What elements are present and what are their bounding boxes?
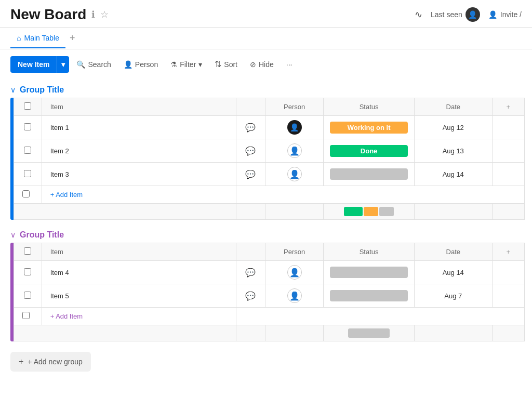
- row-person[interactable]: 👤: [265, 284, 324, 308]
- person-button[interactable]: 👤 Person: [118, 57, 163, 72]
- row-add-col: [492, 139, 524, 163]
- col-date-header-1: Date: [414, 98, 492, 116]
- row-add-col: [492, 163, 524, 186]
- col-add-header-2[interactable]: +: [492, 243, 524, 261]
- row-status[interactable]: [324, 163, 415, 186]
- search-icon: 🔍: [76, 60, 85, 69]
- row-checkbox[interactable]: [14, 116, 42, 139]
- row-item-name[interactable]: Item 1: [42, 116, 236, 139]
- add-new-group-button[interactable]: + + Add new group: [10, 352, 91, 372]
- chat-icon: 💬: [245, 147, 256, 155]
- col-item-header-1: Item: [42, 98, 236, 116]
- row-date: Aug 12: [414, 116, 492, 139]
- add-item-row-1[interactable]: + Add Item: [14, 186, 525, 204]
- row-status[interactable]: Done: [324, 139, 415, 163]
- table-row: Item 5 💬 👤 Aug 7: [14, 284, 525, 308]
- group-1-header[interactable]: ∨ Group Title: [10, 85, 522, 95]
- status-empty: [330, 290, 408, 301]
- status-badge: Working on it: [330, 122, 408, 134]
- person-icon: 👤: [124, 60, 132, 69]
- row-checkbox[interactable]: [14, 284, 42, 308]
- person-label: Person: [135, 60, 158, 69]
- row-chat-icon[interactable]: 💬: [236, 261, 265, 284]
- add-item-filler: [236, 308, 524, 325]
- row-status[interactable]: Working on it: [324, 116, 415, 139]
- new-item-button[interactable]: New Item ▾: [10, 56, 69, 73]
- row-person[interactable]: 👤: [265, 163, 324, 186]
- row-chat-icon[interactable]: 💬: [236, 284, 265, 308]
- row-person[interactable]: 👤: [265, 139, 324, 163]
- row-person[interactable]: 👤: [265, 116, 324, 139]
- last-seen-button[interactable]: Last seen 👤: [431, 7, 480, 22]
- person-placeholder-icon: 👤: [287, 143, 302, 158]
- row-item-name[interactable]: Item 5: [42, 284, 236, 308]
- hide-button[interactable]: ⊘ Hide: [245, 57, 279, 72]
- row-checkbox[interactable]: [14, 163, 42, 186]
- status-badge: Done: [330, 145, 408, 157]
- filter-label: Filter: [180, 60, 196, 69]
- header-left: New Board ℹ ☆: [10, 6, 109, 23]
- row-status[interactable]: [324, 261, 415, 284]
- col-person-header-2: Person: [265, 243, 324, 261]
- add-item-label[interactable]: + Add Item: [42, 186, 236, 204]
- person-placeholder-icon: 👤: [287, 288, 302, 303]
- row-item-name[interactable]: Item 4: [42, 261, 236, 284]
- group-2-header[interactable]: ∨ Group Title: [10, 230, 522, 240]
- summary-add-col: [492, 204, 524, 220]
- add-new-group-plus-icon: +: [19, 357, 23, 366]
- row-checkbox[interactable]: [14, 261, 42, 284]
- row-item-name[interactable]: Item 3: [42, 163, 236, 186]
- row-status[interactable]: [324, 284, 415, 308]
- chat-icon: 💬: [245, 268, 256, 277]
- tab-main-table-label: Main Table: [24, 34, 59, 42]
- bar-orange: [364, 207, 378, 216]
- activity-button[interactable]: ∿: [415, 9, 422, 20]
- header-right: ∿ Last seen 👤 👤 Invite /: [415, 7, 522, 22]
- row-checkbox[interactable]: [14, 139, 42, 163]
- summary-person-col: [265, 325, 324, 341]
- board-title: New Board: [10, 6, 86, 23]
- tab-main-table[interactable]: ⌂ Main Table: [10, 29, 65, 48]
- search-label: Search: [88, 60, 111, 69]
- person-placeholder-icon: 👤: [287, 167, 302, 181]
- group-2-stripe: [10, 243, 14, 341]
- row-date: Aug 14: [414, 163, 492, 186]
- col-chat-header-2: [236, 243, 265, 261]
- col-add-header-1[interactable]: +: [492, 98, 524, 116]
- new-item-label[interactable]: New Item: [10, 56, 57, 73]
- group-2: ∨ Group Title Item Person Status Date +: [10, 230, 522, 341]
- tab-add-button[interactable]: +: [65, 28, 79, 49]
- row-chat-icon[interactable]: 💬: [236, 139, 265, 163]
- summary-add-col: [492, 325, 524, 341]
- row-date: Aug 14: [414, 261, 492, 284]
- more-button[interactable]: ···: [281, 57, 298, 72]
- add-item-label[interactable]: + Add Item: [42, 308, 236, 325]
- row-item-name[interactable]: Item 2: [42, 139, 236, 163]
- sort-button[interactable]: ⇅ Sort: [209, 56, 243, 73]
- row-chat-icon[interactable]: 💬: [236, 163, 265, 186]
- search-button[interactable]: 🔍 Search: [71, 57, 116, 72]
- group-2-title: Group Title: [20, 230, 64, 240]
- col-status-header-2: Status: [324, 243, 415, 261]
- group-2-table: Item Person Status Date + Item 4 💬: [14, 243, 525, 341]
- avatar: 👤: [466, 7, 480, 22]
- group-1-table-wrap: Item Person Status Date + Item 1 💬: [10, 98, 522, 220]
- info-icon[interactable]: ℹ: [91, 9, 95, 20]
- row-person[interactable]: 👤: [265, 261, 324, 284]
- hide-icon: ⊘: [250, 60, 256, 69]
- activity-icon: ∿: [415, 9, 422, 20]
- summary-date-col: [414, 325, 492, 341]
- header: New Board ℹ ☆ ∿ Last seen 👤 👤 Invite /: [0, 0, 532, 28]
- select-all-checkbox-1[interactable]: [24, 102, 31, 110]
- invite-button[interactable]: 👤 Invite /: [488, 10, 522, 19]
- table-row: Item 2 💬 👤 Done Aug 13: [14, 139, 525, 163]
- add-item-row-2[interactable]: + Add Item: [14, 308, 525, 325]
- select-all-checkbox-2[interactable]: [24, 247, 31, 255]
- star-icon[interactable]: ☆: [100, 9, 109, 20]
- col-date-header-2: Date: [414, 243, 492, 261]
- row-chat-icon[interactable]: 💬: [236, 116, 265, 139]
- summary-person-col: [265, 204, 324, 220]
- new-item-dropdown-arrow[interactable]: ▾: [57, 56, 69, 73]
- summary-bar: [327, 207, 411, 216]
- filter-button[interactable]: ⚗ Filter ▾: [165, 57, 207, 72]
